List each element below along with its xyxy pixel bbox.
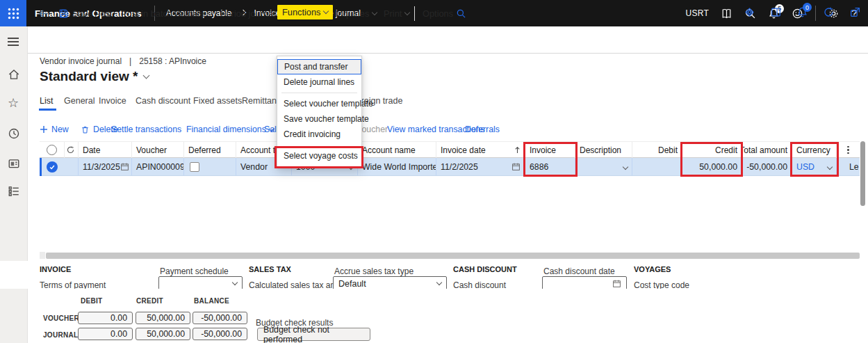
journal-totals-label: JOURNAL (43, 331, 78, 339)
cell-credit[interactable]: 50,000.00 (682, 158, 742, 175)
refresh-icon[interactable] (823, 6, 835, 18)
action-pane (28, 26, 868, 54)
deferred-checkbox[interactable] (190, 162, 199, 172)
refresh-column-icon[interactable] (65, 142, 79, 158)
menu-item-credit-invoicing[interactable]: Credit invoicing (277, 127, 361, 142)
financial-dimensions-menu-button[interactable]: Financial dimensions (186, 122, 274, 136)
cash-discount-date-input[interactable] (542, 276, 627, 289)
cell-invoice[interactable]: 6886 (525, 158, 575, 175)
calendar-icon[interactable] (120, 162, 129, 171)
column-header-invoice[interactable]: Invoice (525, 142, 575, 158)
cash-discount-section-title: CASH DISCOUNT (453, 265, 517, 273)
deferrals-button[interactable]: Deferrals (465, 122, 500, 136)
environment-book-icon[interactable] (721, 8, 732, 19)
calendar-icon[interactable] (612, 279, 621, 288)
horizontal-scrollbar[interactable] (46, 253, 860, 259)
menu-divider (281, 93, 357, 93)
menu-item-select-voucher-template[interactable]: Select voucher template (277, 96, 361, 111)
cell-account-name[interactable]: Wide World Importers (358, 158, 436, 175)
row-select-checkbox[interactable] (40, 158, 65, 175)
options-button[interactable]: Options (423, 6, 453, 21)
menu-item-post-and-transfer[interactable]: Post and transfer (277, 59, 361, 74)
totals-credit-header: CREDIT (136, 297, 163, 305)
post-button[interactable]: Post (95, 6, 113, 21)
cell-invoice-date[interactable]: 11/2/2025 (436, 158, 525, 175)
select-all-checkbox[interactable] (40, 142, 65, 158)
save-button[interactable]: Save (58, 6, 92, 21)
tab-invoice[interactable]: Invoice (99, 96, 126, 106)
tab-fixed-assets[interactable]: Fixed assets (193, 96, 242, 106)
cell-voucher[interactable]: APIN000009 (132, 158, 184, 175)
inquiries-menu-button[interactable]: Inquiries (336, 6, 377, 21)
column-header-currency[interactable]: Currency (792, 142, 837, 158)
record-context-line: Vendor invoice journal | 25158 : APInvoi… (40, 56, 206, 66)
chevron-down-icon (436, 280, 442, 285)
tab-general[interactable]: General (64, 96, 95, 106)
view-title[interactable]: Standard view * (40, 69, 149, 84)
column-header-total-amount[interactable]: Total amount (742, 142, 792, 158)
invoice-section-title: INVOICE (40, 265, 71, 273)
calendar-icon[interactable] (511, 162, 521, 171)
column-header-voucher[interactable]: Voucher (132, 142, 184, 158)
functions-menu-button[interactable]: Functions (277, 5, 333, 19)
column-header-debit[interactable]: Debit (632, 142, 682, 158)
back-button[interactable] (38, 6, 50, 21)
home-icon[interactable] (8, 68, 20, 81)
record-id: 25158 : APInvoice (139, 56, 206, 66)
description-dropdown-icon[interactable] (623, 163, 628, 169)
cell-debit[interactable] (632, 158, 682, 175)
menu-item-delete-journal-lines[interactable]: Delete journal lines (277, 74, 361, 90)
currency-dropdown-icon[interactable] (827, 163, 833, 169)
actionbar-divider (414, 6, 415, 21)
personalize-diamond-icon[interactable] (744, 6, 755, 18)
voucher-totals-label: VOUCHER (43, 314, 79, 322)
post-in-batch-button[interactable]: Post in batch (121, 6, 172, 21)
period-journal-menu-button[interactable]: Period journal (220, 6, 283, 21)
accrue-sales-tax-type-select[interactable]: Default (333, 276, 447, 289)
print-menu-button[interactable]: Print (384, 6, 409, 21)
cell-date[interactable]: 11/3/2025 (79, 158, 132, 175)
column-header-date[interactable]: Date (79, 142, 132, 158)
column-header-description[interactable]: Description (575, 142, 632, 158)
settle-transactions-button[interactable]: Settle transactions (111, 122, 181, 136)
validate-menu-button[interactable]: Validate (173, 6, 212, 21)
cell-description[interactable] (575, 158, 632, 175)
actionbar-search-icon[interactable] (456, 6, 466, 21)
separator: | (129, 56, 131, 66)
column-header-invoice-date[interactable]: Invoice date (436, 142, 525, 158)
message-flag-icon[interactable]: 0 (796, 6, 808, 18)
menu-item-select-voyage-costs[interactable]: Select voyage costs (277, 148, 361, 163)
workspaces-icon[interactable] (8, 157, 20, 170)
hscroll-left-button[interactable] (40, 252, 45, 259)
journal-name: Vendor invoice journal (40, 56, 122, 66)
column-header-deferred[interactable]: Deferred (184, 142, 236, 158)
menu-item-save-voucher-template[interactable]: Save voucher template (277, 111, 361, 127)
journal-line-row[interactable]: 11/3/2025 APIN000009 Vendor 1000 Wide Wo… (40, 158, 860, 176)
cash-discount-date-label: Cash discount date (543, 266, 615, 276)
voucher-credit-value: 50,000.00 (136, 312, 190, 324)
vertical-scrollbar[interactable] (860, 141, 865, 206)
message-count-badge: 0 (803, 3, 812, 12)
column-options-icon[interactable] (837, 142, 860, 158)
column-header-credit[interactable]: Credit (682, 142, 742, 158)
new-button[interactable]: New (40, 122, 69, 136)
expand-menu-icon[interactable] (8, 35, 20, 48)
cell-currency[interactable]: USD (792, 158, 837, 175)
cell-deferred[interactable] (184, 158, 236, 175)
open-in-new-window-icon[interactable] (849, 6, 861, 18)
favorites-star-icon[interactable]: ☆ (8, 97, 20, 109)
tab-cash-discount[interactable]: Cash discount (136, 96, 190, 106)
payment-schedule-label: Payment schedule (160, 266, 229, 276)
column-header-account-name[interactable]: Account name (358, 142, 436, 158)
app-launcher-button[interactable] (0, 0, 26, 26)
recent-clock-icon[interactable] (8, 127, 20, 140)
budget-check-results-value: Budget check not performed (257, 328, 370, 341)
payment-schedule-select[interactable] (158, 276, 243, 289)
company-picker[interactable]: USRT (686, 8, 710, 18)
selected-check-icon (47, 161, 58, 173)
tab-list[interactable]: List (40, 96, 53, 106)
active-tab-indicator (39, 109, 56, 111)
cell-total-amount[interactable]: -50,000.00 (742, 158, 792, 175)
open-panel-icon[interactable] (770, 6, 782, 18)
modules-list-icon[interactable] (8, 185, 20, 198)
